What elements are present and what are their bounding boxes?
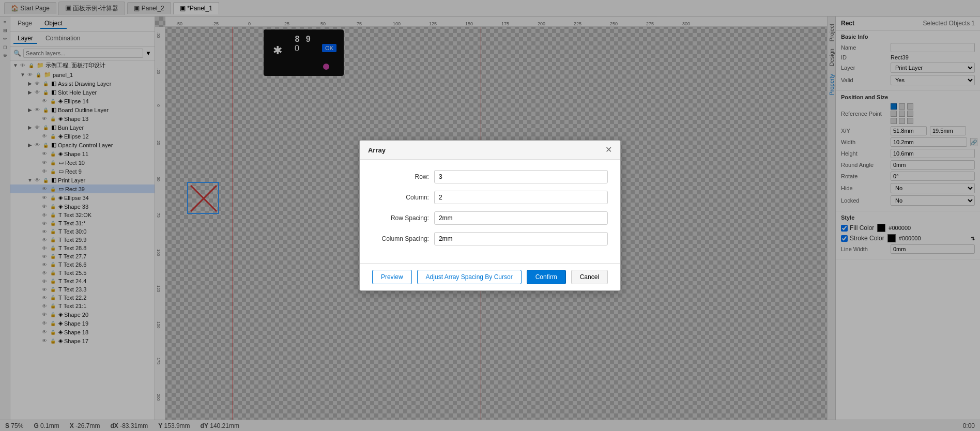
preview-button[interactable]: Preview: [372, 270, 412, 284]
row-spacing-field: Row Spacing:: [372, 211, 608, 225]
modal-overlay: Array ✕ Row: Column: Row Spacing: Column…: [0, 0, 980, 431]
row-spacing-label: Row Spacing:: [372, 214, 429, 222]
modal-footer: Preview Adjust Array Spacing By Cursor C…: [360, 263, 620, 290]
row-field: Row:: [372, 170, 608, 183]
column-field: Column:: [372, 191, 608, 204]
col-spacing-field: Column Spacing:: [372, 232, 608, 245]
column-input[interactable]: [434, 191, 608, 204]
row-input[interactable]: [434, 170, 608, 183]
array-modal: Array ✕ Row: Column: Row Spacing: Column…: [359, 140, 621, 291]
cancel-button[interactable]: Cancel: [571, 270, 608, 284]
row-label: Row:: [372, 173, 429, 180]
column-label: Column:: [372, 194, 429, 201]
confirm-button[interactable]: Confirm: [527, 270, 566, 284]
col-spacing-label: Column Spacing:: [372, 235, 429, 242]
col-spacing-input[interactable]: [434, 232, 608, 245]
row-spacing-input[interactable]: [434, 211, 608, 225]
modal-header: Array ✕: [360, 141, 620, 160]
adjust-cursor-button[interactable]: Adjust Array Spacing By Cursor: [417, 270, 522, 284]
modal-close-button[interactable]: ✕: [605, 146, 612, 154]
modal-body: Row: Column: Row Spacing: Column Spacing…: [360, 160, 620, 263]
modal-title: Array: [368, 146, 386, 154]
